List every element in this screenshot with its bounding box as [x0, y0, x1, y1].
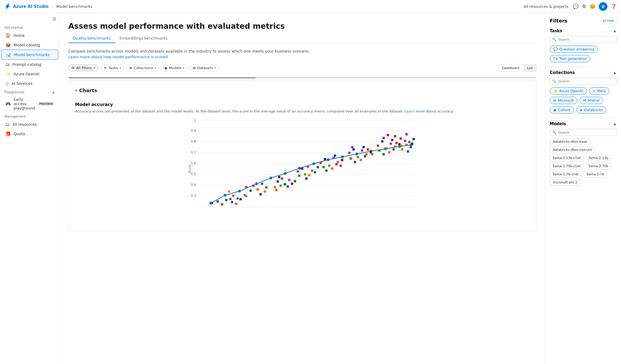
- model-chip-llama-2-70b-chat[interactable]: llama-2-70b-chat: [550, 163, 584, 169]
- playgrounds-collapse-button[interactable]: ▲: [52, 90, 55, 94]
- filter-scroll-bar[interactable]: [68, 77, 536, 79]
- view-toggle: Dashboard List: [498, 64, 536, 72]
- svg-rect-71: [328, 165, 330, 167]
- page-breadcrumb: Model benchmarks: [56, 4, 92, 9]
- sidebar-quota-label: Quota: [14, 132, 54, 136]
- svg-text:0.3: 0.3: [191, 194, 196, 198]
- tasks-search[interactable]: 🔍: [550, 36, 617, 43]
- models-search-input[interactable]: [558, 130, 614, 134]
- svg-rect-87: [360, 159, 362, 161]
- sidebar-item-model-benchmarks[interactable]: 📊 Model benchmarks: [1, 50, 58, 60]
- chart-learn-more-link[interactable]: Learn more: [405, 109, 425, 113]
- models-chip[interactable]: ◉ Models ▾: [161, 64, 188, 72]
- collections-filter-title: Collections ▲: [550, 70, 617, 75]
- model-chip-databricks-dbrx-base[interactable]: databricks-dbrx-base: [550, 138, 590, 145]
- svg-rect-124: [406, 133, 408, 135]
- avatar[interactable]: U: [599, 2, 607, 11]
- chat-icon[interactable]: 💬: [573, 4, 579, 9]
- sidebar-item-all-resources[interactable]: 🗂 All resources: [1, 120, 58, 129]
- learn-more-link[interactable]: Learn more about how model performance i…: [68, 55, 168, 59]
- collections-chip[interactable]: ⊕ Collections ▾: [126, 64, 159, 72]
- all-filters-chip[interactable]: ⚙ All filters ✕: [68, 64, 99, 72]
- resources-label: All resources & projects: [524, 4, 568, 9]
- model-chip-databricks-dbrx-instruct[interactable]: databricks-dbrx-instruct: [550, 147, 595, 153]
- svg-rect-115: [413, 138, 415, 140]
- sidebar-item-early-access[interactable]: 🎮 Early access playground PREVIEW: [1, 95, 58, 112]
- sidebar-item-model-catalog[interactable]: 📦 Model catalog: [1, 40, 58, 50]
- charts-section-title: Charts: [79, 88, 97, 93]
- feedback-icon[interactable]: 😊: [590, 4, 596, 9]
- collections-search-input[interactable]: [558, 79, 614, 83]
- sidebar-item-prompt-catalog[interactable]: 🗂 Prompt catalog: [1, 60, 58, 69]
- sidebar-item-ai-services[interactable]: ◇ AI Services: [1, 79, 58, 88]
- databricks-collection-tag[interactable]: ◈ Databricks: [576, 106, 607, 114]
- text-generation-tag[interactable]: Tα Text generation: [550, 55, 590, 62]
- model-chip-microsoft-phi-2[interactable]: microsoft-phi-2: [550, 179, 580, 186]
- datasets-chip[interactable]: ⊞ Datasets ▾: [190, 64, 219, 72]
- filter-panel-header: Filters ⊟ Hide: [550, 17, 617, 24]
- mistral-collection-label: Mistral: [588, 98, 600, 102]
- mistral-collection-tag[interactable]: M Mistral: [580, 97, 603, 104]
- tasks-chip-icon: ≡: [104, 66, 107, 70]
- svg-rect-89: [370, 151, 372, 153]
- settings-icon[interactable]: ⚙: [582, 4, 586, 9]
- models-chip-label: Models: [169, 66, 181, 70]
- topbar-right: All resources & projects 💬 ⚙ 😊 U ❓: [524, 2, 617, 11]
- svg-text:0.4: 0.4: [191, 183, 196, 187]
- all-filters-close-icon[interactable]: ✕: [93, 66, 96, 70]
- svg-rect-82: [352, 148, 355, 150]
- get-started-label: Get started: [0, 24, 59, 31]
- model-chip-llama-2-13b[interactable]: llama-2-13b: [586, 155, 611, 161]
- sidebar-item-azure-openai[interactable]: ✨ Azure OpenAI: [1, 69, 58, 79]
- cohere-collection-tag[interactable]: ◉ Cohere: [550, 106, 574, 114]
- tasks-collapse-button[interactable]: ▲: [613, 29, 617, 33]
- sidebar-item-quota[interactable]: 🎁 Quota: [1, 129, 58, 138]
- svg-rect-69: [320, 162, 322, 164]
- model-row-0: databricks-dbrx-base: [550, 138, 617, 145]
- model-accuracy-chart-card: Model accuracy Accuracy scores are prese…: [75, 98, 530, 225]
- svg-rect-23: [235, 202, 237, 205]
- datasets-chip-arrow: ▾: [214, 66, 216, 70]
- question-answering-tag[interactable]: 💬 Question answering: [550, 46, 598, 53]
- preview-badge: PREVIEW: [38, 102, 54, 106]
- sidebar-prompt-catalog-label: Prompt catalog: [12, 62, 54, 67]
- sidebar-toggle-button[interactable]: ⊟: [53, 16, 56, 21]
- help-icon[interactable]: ❓: [611, 4, 617, 9]
- svg-rect-90: [354, 161, 356, 163]
- sidebar-item-home[interactable]: 🏠 Home: [1, 31, 58, 40]
- svg-rect-21: [225, 199, 227, 201]
- collections-search[interactable]: 🔍: [550, 78, 617, 85]
- model-chip-llama-2-7b-chat[interactable]: llama-2-7b-chat: [550, 171, 581, 178]
- models-search[interactable]: 🔍: [550, 129, 617, 136]
- model-chip-llama-2-7b[interactable]: llama-2-7b: [584, 171, 607, 178]
- svg-rect-95: [377, 144, 379, 147]
- all-filters-label: All filters: [76, 66, 92, 70]
- model-chip-llama-2-13b-chat[interactable]: llama-2-13b-chat: [550, 155, 584, 161]
- collections-collapse-button[interactable]: ▲: [613, 70, 617, 75]
- tab-embeddings-benchmarks[interactable]: Embeddings benchmarks: [115, 34, 172, 43]
- hide-filters-button[interactable]: ⊟ Hide: [600, 17, 617, 24]
- azure-openai-collection-tag[interactable]: ⭐ Azure OpenAI: [550, 87, 587, 95]
- tasks-filter-tags: 💬 Question answering Tα Text generation: [550, 46, 617, 62]
- svg-rect-92: [367, 148, 369, 150]
- model-chip-llama-2-70b[interactable]: llama-2-70b: [586, 163, 611, 169]
- models-chip-arrow: ▾: [183, 66, 185, 70]
- tasks-chip[interactable]: ≡ Tasks ▾: [101, 64, 124, 72]
- tab-quality-benchmarks[interactable]: Quality benchmarks: [68, 34, 115, 43]
- charts-toggle[interactable]: ▾ Charts: [75, 88, 530, 93]
- svg-rect-85: [365, 153, 368, 155]
- models-collapse-button[interactable]: ▲: [613, 122, 617, 126]
- tasks-search-input[interactable]: [558, 37, 614, 41]
- svg-rect-59: [297, 170, 299, 172]
- svg-rect-125: [400, 137, 402, 139]
- playgrounds-section-header: Playgrounds ▲: [0, 88, 59, 95]
- svg-rect-121: [245, 195, 247, 197]
- svg-rect-50: [284, 183, 286, 185]
- sidebar-toggle-area: ⊟: [0, 15, 59, 24]
- tabs-bar: Quality benchmarks Embeddings benchmarks: [68, 34, 536, 43]
- meta-collection-tag[interactable]: ∞ Meta: [589, 87, 609, 95]
- early-access-icon: 🎮: [5, 101, 11, 107]
- list-view-button[interactable]: List: [523, 65, 536, 71]
- dashboard-view-button[interactable]: Dashboard: [498, 65, 523, 71]
- microsoft-collection-tag[interactable]: ⊞ Microsoft: [550, 97, 577, 104]
